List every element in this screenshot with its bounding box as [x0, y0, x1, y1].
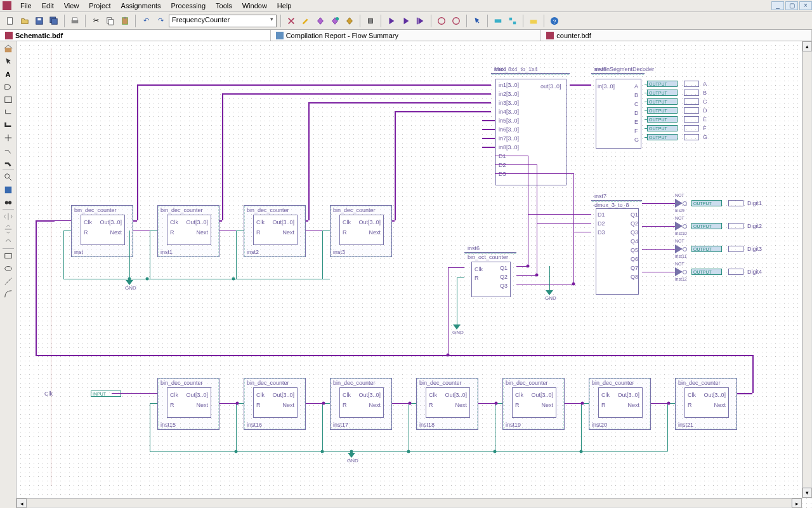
print-button[interactable]: [69, 15, 81, 27]
compile-button[interactable]: [314, 15, 327, 27]
output-pin-G[interactable]: OUTPUT G: [647, 134, 707, 140]
block-tool[interactable]: [2, 93, 15, 105]
diag-bus-tool[interactable]: [2, 157, 15, 169]
find-tool[interactable]: [2, 196, 15, 208]
timing-button[interactable]: [435, 15, 448, 27]
play-step-button[interactable]: [414, 15, 427, 27]
flip-h-tool[interactable]: [2, 210, 15, 222]
block-inst15[interactable]: bin_dec_counter Clk R Out[3..0] Next ins…: [157, 378, 219, 430]
not-gate-2[interactable]: [675, 244, 689, 253]
block-mux[interactable]: Mux_8x4_to_1x4 inst4: [491, 73, 570, 74]
play-button[interactable]: [385, 15, 398, 27]
output-pin-C[interactable]: OUTPUT C: [647, 98, 707, 105]
block-inst2[interactable]: bin_dec_counter Clk R Out[3..0] Next ins…: [244, 205, 306, 257]
rotate-tool[interactable]: [2, 236, 15, 248]
save-button[interactable]: [33, 15, 46, 27]
output-pin-Digit4[interactable]: OUTPUT Digit4: [691, 269, 762, 275]
schematic-viewport[interactable]: bin_dec_counter Clk R Out[3..0] Next ins…: [16, 41, 812, 508]
paste-button[interactable]: [119, 15, 131, 27]
programmer-button[interactable]: [527, 15, 540, 27]
pin-button[interactable]: [492, 15, 504, 27]
tab-compilation-report[interactable]: Compilation Report - Flow Summary: [271, 30, 542, 41]
window-max-button[interactable]: ▢: [785, 1, 798, 10]
output-pin-Digit3[interactable]: OUTPUT Digit3: [691, 246, 762, 252]
block-inst21[interactable]: bin_dec_counter Clk R Out[3..0] Next ins…: [675, 378, 737, 430]
output-pin-E[interactable]: OUTPUT E: [647, 116, 707, 123]
copy-button[interactable]: [104, 15, 117, 27]
arc-tool[interactable]: [2, 288, 15, 300]
help-button[interactable]: ?: [548, 15, 561, 27]
undo-button[interactable]: ↶: [140, 15, 152, 27]
pointer-button[interactable]: [471, 15, 483, 27]
menu-edit[interactable]: Edit: [37, 1, 59, 11]
window-close-button[interactable]: ×: [799, 1, 812, 10]
symbol-tool[interactable]: [2, 81, 15, 93]
hscroll-track[interactable]: [27, 498, 792, 508]
block-decoder[interactable]: sevenSegmentDecoder inst5: [591, 73, 645, 74]
block-dmux[interactable]: dmux_3_to_8 inst7: [591, 200, 642, 201]
block-inst[interactable]: bin_dec_counter Clk R Out[3..0] Next ins…: [71, 205, 133, 257]
window-min-button[interactable]: _: [771, 1, 784, 10]
menu-file[interactable]: File: [15, 1, 37, 11]
block-inst16[interactable]: bin_dec_counter Clk R Out[3..0] Next ins…: [244, 378, 306, 430]
output-pin-A[interactable]: OUTPUT A: [647, 81, 707, 87]
block-inst17[interactable]: bin_dec_counter Clk R Out[3..0] Next ins…: [330, 378, 392, 430]
line-tool[interactable]: [2, 275, 15, 287]
menu-window[interactable]: Window: [237, 1, 272, 11]
scroll-down-button[interactable]: ▾: [802, 488, 812, 498]
block-inst3[interactable]: bin_dec_counter Clk R Out[3..0] Next ins…: [330, 205, 392, 257]
menu-project[interactable]: Project: [84, 1, 115, 11]
flip-v-tool[interactable]: [2, 223, 15, 235]
output-pin-F[interactable]: OUTPUT F: [647, 125, 707, 131]
home-tool[interactable]: [2, 43, 15, 55]
select-tool[interactable]: [2, 55, 15, 67]
timing2-button[interactable]: [450, 15, 462, 27]
hier-button[interactable]: [506, 15, 519, 27]
not-gate-0[interactable]: [675, 199, 689, 208]
not-gate-1[interactable]: [675, 222, 689, 231]
analyze-button[interactable]: [329, 15, 341, 27]
redo-button[interactable]: ↷: [154, 15, 167, 27]
input-pin-clk[interactable]: Clk INPUT: [44, 391, 121, 397]
not-gate-3[interactable]: [675, 267, 689, 276]
tab-schematic[interactable]: Schematic.bdf: [0, 30, 271, 41]
vertical-scrollbar[interactable]: ▴ ▾: [802, 41, 812, 498]
menu-assignments[interactable]: Assignments: [116, 1, 166, 11]
orthogonal-node-tool[interactable]: [2, 106, 15, 118]
cut-button[interactable]: ✂: [89, 15, 102, 27]
rect-tool[interactable]: [2, 250, 15, 262]
scroll-left-button[interactable]: ◂: [16, 498, 27, 508]
zoom-tool[interactable]: [2, 171, 15, 183]
play-adv-button[interactable]: [400, 15, 412, 27]
scroll-up-button[interactable]: ▴: [802, 41, 812, 51]
open-button[interactable]: [18, 15, 31, 27]
horizontal-scrollbar[interactable]: ◂ ▸: [16, 498, 802, 508]
menu-tools[interactable]: Tools: [211, 1, 237, 11]
fullscreen-tool[interactable]: [2, 184, 15, 196]
chip-button[interactable]: [364, 15, 377, 27]
output-pin-Digit2[interactable]: OUTPUT Digit2: [691, 223, 762, 229]
block-inst1[interactable]: bin_dec_counter Clk R Out[3..0] Next ins…: [157, 205, 219, 257]
block-inst18[interactable]: bin_dec_counter Clk R Out[3..0] Next ins…: [416, 378, 478, 430]
save-all-button[interactable]: [48, 15, 60, 27]
new-button[interactable]: [4, 15, 16, 27]
text-tool[interactable]: A: [2, 68, 15, 80]
conduit-tool[interactable]: [2, 131, 15, 144]
oval-tool[interactable]: [2, 262, 15, 274]
output-pin-Digit1[interactable]: OUTPUT Digit1: [691, 200, 762, 206]
diag-node-tool[interactable]: [2, 144, 15, 156]
vscroll-track[interactable]: [802, 51, 812, 488]
block-oct-counter[interactable]: bin_oct_counter Clk R Q1 Q2 Q3 inst6: [464, 252, 516, 253]
tab-counter[interactable]: counter.bdf: [541, 30, 812, 41]
output-pin-D[interactable]: OUTPUT D: [647, 107, 707, 114]
synth-button[interactable]: [343, 15, 356, 27]
block-inst20[interactable]: bin_dec_counter Clk R Out[3..0] Next ins…: [589, 378, 651, 430]
output-pin-B[interactable]: OUTPUT B: [647, 90, 707, 96]
scroll-right-button[interactable]: ▸: [792, 498, 802, 508]
project-combo[interactable]: FrequencyCounter: [169, 15, 277, 27]
settings-button[interactable]: [299, 15, 312, 27]
menu-help[interactable]: Help: [272, 1, 297, 11]
orthogonal-bus-tool[interactable]: [2, 119, 15, 131]
block-inst19[interactable]: bin_dec_counter Clk R Out[3..0] Next ins…: [502, 378, 565, 430]
assign-button[interactable]: [285, 15, 298, 27]
